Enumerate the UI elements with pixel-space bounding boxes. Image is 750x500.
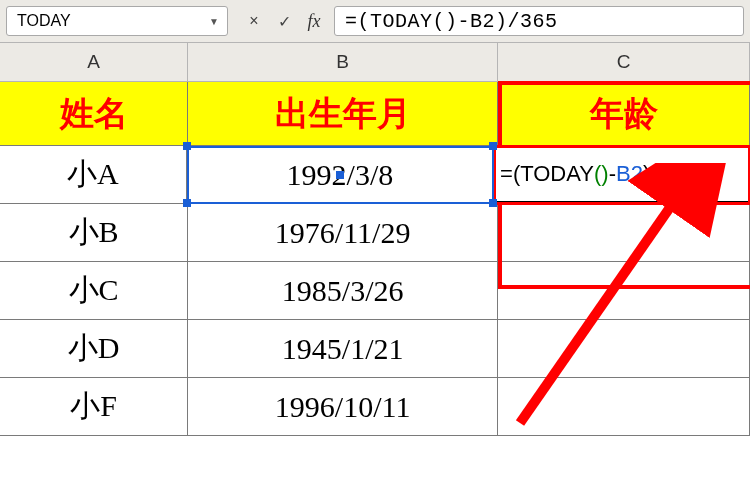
cell-B3[interactable]: 1976/11/29 [188,204,498,262]
cell-B2[interactable]: 1992/3/8 [187,146,494,204]
col-header-C[interactable]: C [498,43,750,81]
spreadsheet-grid[interactable]: A B C 姓名 出生年月 年龄 小A 1992/3/8 =(TODAY()-B… [0,43,750,500]
table-header-row: 姓名 出生年月 年龄 [0,82,750,146]
cell-B4[interactable]: 1985/3/26 [188,262,498,320]
cell-A2[interactable]: 小A [0,146,187,204]
selection-handle-icon[interactable] [489,142,497,150]
cell-A5[interactable]: 小D [0,320,188,378]
confirm-icon[interactable]: ✓ [270,7,298,35]
insert-function-icon[interactable]: fx [300,7,328,35]
col-header-A[interactable]: A [0,43,188,81]
cell-C2-editing[interactable]: =(TODAY()-B2)/3 [494,146,750,204]
formula-text: =(TODAY()-B2)/365 [345,10,558,33]
cell-A6[interactable]: 小F [0,378,188,436]
selection-handle-icon[interactable] [183,199,191,207]
cell-A4[interactable]: 小C [0,262,188,320]
col-header-B[interactable]: B [188,43,498,81]
cell-B2-value: 1992/3/8 [287,158,394,192]
cancel-icon[interactable]: × [240,7,268,35]
header-age[interactable]: 年龄 [498,82,750,146]
column-headers: A B C [0,43,750,82]
cell-B6[interactable]: 1996/10/11 [188,378,498,436]
table-row: 小C 1985/3/26 [0,262,750,320]
header-dob[interactable]: 出生年月 [188,82,498,146]
editing-formula-text: =(TODAY()-B2)/3 [500,161,669,187]
name-box-value: TODAY [17,12,71,30]
selection-handle-icon[interactable] [183,142,191,150]
header-name[interactable]: 姓名 [0,82,188,146]
cell-C5[interactable] [498,320,750,378]
cell-C6[interactable] [498,378,750,436]
formula-bar-controls: × ✓ fx [240,7,328,35]
selection-handle-icon[interactable] [489,199,497,207]
formula-input[interactable]: =(TODAY()-B2)/365 [334,6,744,36]
cell-C4[interactable] [498,262,750,320]
formula-bar: TODAY ▼ × ✓ fx =(TODAY()-B2)/365 [0,0,750,43]
table-row: 小D 1945/1/21 [0,320,750,378]
table-row: 小F 1996/10/11 [0,378,750,436]
table-row: 小B 1976/11/29 [0,204,750,262]
dropdown-icon[interactable]: ▼ [209,16,219,27]
cell-C3[interactable] [498,204,750,262]
cell-A3[interactable]: 小B [0,204,188,262]
cell-B5[interactable]: 1945/1/21 [188,320,498,378]
name-box[interactable]: TODAY ▼ [6,6,228,36]
table-row: 小A 1992/3/8 =(TODAY()-B2)/3 [0,146,750,204]
